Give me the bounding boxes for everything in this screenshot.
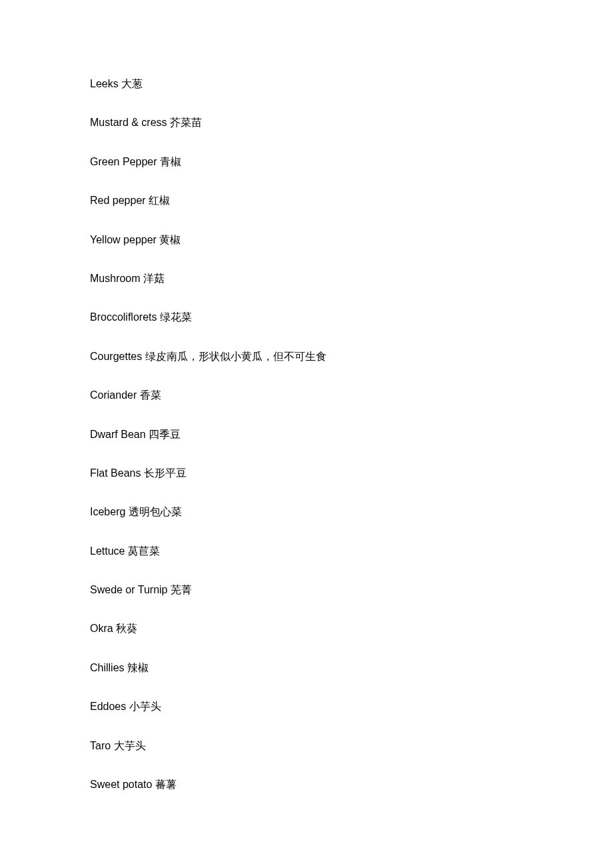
chinese-term: 洋菇 (143, 273, 165, 284)
vocabulary-item: Chillies 辣椒 (90, 661, 523, 675)
chinese-term: 绿皮南瓜，形状似小黄瓜，但不可生食 (145, 351, 326, 362)
chinese-term: 绿花菜 (160, 311, 192, 323)
english-term: Broccoliflorets (90, 311, 157, 323)
document-content: Leeks 大葱 Mustard & cress 芥菜苗 Green Peppe… (0, 0, 613, 856)
english-term: Dwarf Bean (90, 429, 146, 440)
vocabulary-item: Eddoes 小芋头 (90, 699, 523, 714)
vocabulary-item: Okra 秋葵 (90, 621, 523, 636)
vocabulary-item: Yellow pepper 黄椒 (90, 233, 523, 247)
chinese-term: 四季豆 (149, 429, 181, 440)
english-term: Okra (90, 623, 113, 634)
chinese-term: 小芋头 (129, 701, 161, 712)
english-term: Sweet potato (90, 779, 152, 790)
chinese-term: 透明包心菜 (129, 506, 182, 517)
english-term: Green Pepper (90, 156, 157, 167)
vocabulary-item: Leeks 大葱 (90, 77, 523, 91)
english-term: Chillies (90, 662, 125, 673)
english-term: Flat Beans (90, 467, 141, 479)
chinese-term: 大葱 (121, 78, 143, 89)
chinese-term: 黄椒 (159, 234, 181, 245)
english-term: Yellow pepper (90, 234, 157, 245)
vocabulary-item: Dwarf Bean 四季豆 (90, 427, 523, 442)
vocabulary-item: Iceberg 透明包心菜 (90, 505, 523, 519)
vocabulary-item: Broccoliflorets 绿花菜 (90, 310, 523, 325)
english-term: Mustard & cress (90, 117, 167, 128)
chinese-term: 红椒 (149, 195, 170, 206)
english-term: Courgettes (90, 351, 142, 362)
chinese-term: 秋葵 (116, 623, 137, 634)
chinese-term: 辣椒 (127, 662, 149, 673)
chinese-term: 莴苣菜 (128, 545, 160, 557)
chinese-term: 芜菁 (171, 584, 192, 595)
chinese-term: 大芋头 (114, 740, 146, 751)
chinese-term: 青椒 (160, 156, 181, 167)
vocabulary-item: Swede or Turnip 芜菁 (90, 583, 523, 597)
vocabulary-item: Red pepper 红椒 (90, 193, 523, 208)
vocabulary-item: Taro 大芋头 (90, 739, 523, 753)
vocabulary-item: Courgettes 绿皮南瓜，形状似小黄瓜，但不可生食 (90, 349, 523, 364)
chinese-term: 香菜 (140, 389, 161, 401)
english-term: Leeks (90, 78, 119, 89)
vocabulary-item: Mustard & cress 芥菜苗 (90, 115, 523, 130)
english-term: Iceberg (90, 506, 125, 517)
english-term: Taro (90, 740, 111, 751)
vocabulary-item: Flat Beans 长形平豆 (90, 466, 523, 481)
english-term: Swede or Turnip (90, 584, 168, 595)
english-term: Red pepper (90, 195, 146, 206)
vocabulary-item: Green Pepper 青椒 (90, 155, 523, 169)
vocabulary-item: Lettuce 莴苣菜 (90, 544, 523, 559)
chinese-term: 长形平豆 (144, 467, 187, 479)
english-term: Lettuce (90, 545, 125, 557)
vocabulary-item: Mushroom 洋菇 (90, 271, 523, 286)
english-term: Eddoes (90, 701, 126, 712)
english-term: Coriander (90, 389, 137, 401)
vocabulary-item: Sweet potato 蕃薯 (90, 777, 523, 792)
vocabulary-item: Coriander 香菜 (90, 388, 523, 403)
chinese-term: 芥菜苗 (170, 117, 202, 128)
english-term: Mushroom (90, 273, 141, 284)
chinese-term: 蕃薯 (155, 779, 177, 790)
